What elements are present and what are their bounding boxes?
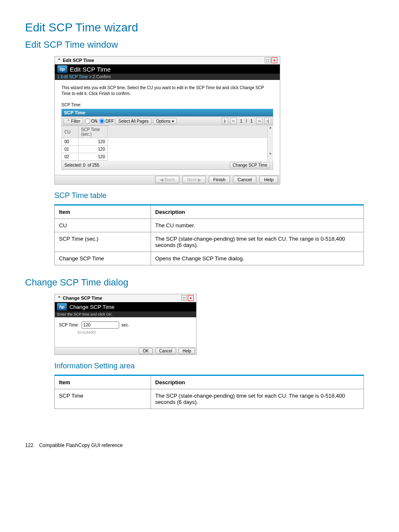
change-scp-time-dialog: ⌃ Change SCP Time □ × hp Change SCP Time… [54,294,197,355]
wizard-steps: 1.Edit SCP Time > 2.Confirm [55,74,280,80]
grid-footer: Selected: 0 of 255 Change SCP Time [61,161,273,170]
page-heading-2b: Change SCP Time dialog [25,277,374,288]
filter-off-radio[interactable]: OFF [99,118,114,124]
collapse-icon[interactable]: ⌃ [57,58,61,63]
pager-first-button[interactable]: |‹ [222,118,228,124]
dialog-title: Change SCP Time [63,296,102,301]
col-scp[interactable]: SCP Time (sec.) [79,126,108,138]
scp-time-grid: CU SCP Time (sec.) 00120 01120 02120 [61,126,267,161]
table-row: CUThe CU number. [55,219,364,232]
table-row[interactable]: 00120 [62,138,267,146]
help-button[interactable]: Help [259,176,278,183]
maximize-button[interactable]: □ [181,295,187,301]
filter-button[interactable]: ⌃ Filter [64,118,83,124]
vertical-scrollbar[interactable]: ▲ ▼ [267,126,273,161]
table-row: SCP TimeThe SCP (state-change-pending) t… [55,389,364,409]
scp-time-input[interactable] [82,321,119,329]
close-button[interactable]: × [271,57,277,63]
col-item: Item [55,375,151,389]
change-scp-time-button[interactable]: Change SCP Time [230,162,270,168]
cancel-button[interactable]: Cancel [233,176,256,183]
help-button[interactable]: Help [179,348,195,354]
dialog-subheader: Enter the SCP time and click OK. [55,311,196,317]
dialog-header-title: Change SCP Time [69,304,114,310]
selected-label: Selected: [64,163,82,167]
info-setting-heading: Information Setting area [54,362,374,370]
pager-total: 1 [250,119,253,123]
table-row[interactable]: 01120 [62,146,267,153]
close-button[interactable]: × [188,295,194,301]
finish-button[interactable]: Finish [209,176,230,183]
maximize-button[interactable]: □ [265,57,271,63]
dialog-button-row: OK Cancel Help [55,347,196,355]
filter-on-radio[interactable]: ON [85,118,97,124]
window-titlebar: ⌃ Edit SCP Time □ × [55,57,280,64]
table-row: Change SCP TimeOpens the Change SCP Time… [55,252,364,265]
col-cu[interactable]: CU [62,126,79,138]
table-row: SCP Time (sec.)The SCP (state-change-pen… [55,232,364,252]
selected-count: 0 [83,163,85,167]
footer-text: Compatible FlashCopy GUI reference [39,442,123,448]
pager-prev-button[interactable]: ‹‹ [230,118,237,124]
pager-last-button[interactable]: ›| [264,118,271,124]
info-setting-table: Item Description SCP TimeThe SCP (state-… [54,375,364,409]
collapse-icon[interactable]: ⌃ [57,296,61,301]
next-button: Next ▶ [182,176,206,183]
scp-time-reference-table: Item Description CUThe CU number. SCP Ti… [54,204,364,265]
dialog-titlebar: ⌃ Change SCP Time □ × [55,294,196,302]
edit-scp-time-window: ⌃ Edit SCP Time □ × hp Edit SCP Time 1.E… [54,56,280,185]
scp-time-hint: (0-518400) [77,330,196,334]
page-heading-2a: Edit SCP Time window [25,39,374,50]
pager-current: 1 [240,119,243,123]
wizard-instruction: This wizard lets you edit SCP time. Sele… [61,85,273,97]
window-title: Edit SCP Time [63,58,94,63]
total-count: 255 [92,163,100,167]
page-footer: 122 Compatible FlashCopy GUI reference [25,442,374,448]
pager-next-button[interactable]: ›› [256,118,263,124]
col-item: Item [55,205,151,219]
col-description: Description [151,375,364,389]
ok-button[interactable]: OK [139,348,152,354]
scp-time-field-label: SCP Time: [59,323,79,327]
col-description: Description [151,205,364,219]
table-row[interactable]: 02120 [62,153,267,161]
scp-time-unit: sec. [122,323,129,327]
select-all-pages-button[interactable]: Select All Pages [115,118,151,124]
wizard-button-row: ◀ Back Next ▶ Finish Cancel Help [55,175,280,184]
hp-logo-icon: hp [57,65,67,73]
scp-time-label: SCP Time: [61,103,273,107]
options-button[interactable]: Options ▾ [153,118,176,124]
scp-time-table-heading: SCP Time table [54,191,374,200]
dialog-header: hp Change SCP Time [55,302,196,311]
step-1: 1.Edit SCP Time [57,75,88,79]
window-header: hp Edit SCP Time [55,64,280,74]
grid-title: SCP Time [61,109,273,116]
page-heading-1: Edit SCP Time wizard [25,21,374,34]
header-title: Edit SCP Time [70,66,110,73]
step-separator: > [89,75,92,79]
of-label: of [88,163,91,167]
pager-sep: / [246,119,247,123]
back-button: ◀ Back [155,176,179,183]
step-2: 2.Confirm [93,75,111,79]
hp-logo-icon: hp [57,303,67,311]
cancel-button[interactable]: Cancel [156,348,176,354]
page-number: 122 [25,442,33,448]
grid-toolbar: ⌃ Filter ON OFF Select All Pages Options… [61,116,273,126]
